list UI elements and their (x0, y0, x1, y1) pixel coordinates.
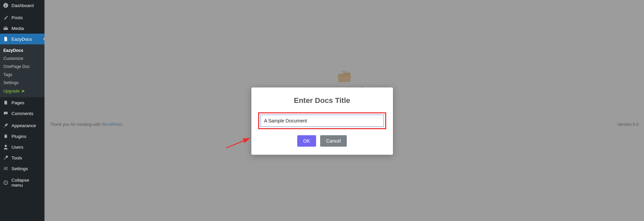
arrow-right-icon: ➤ (21, 88, 25, 94)
brush-icon (3, 122, 9, 128)
user-icon (3, 144, 9, 150)
modal-title: Enter Docs Title (258, 96, 386, 105)
submenu-item-settings[interactable]: Settings (0, 79, 44, 87)
sidebar-item-pages[interactable]: Pages (0, 97, 44, 108)
sidebar-item-label: Plugins (11, 134, 26, 139)
submenu-item-tags[interactable]: Tags (0, 71, 44, 79)
sidebar-item-media[interactable]: Media (0, 23, 44, 34)
submenu-item-customize[interactable]: Customize (0, 54, 44, 63)
modal-button-row: OK Cancel (258, 135, 386, 147)
sidebar-item-settings[interactable]: Settings (0, 163, 44, 174)
pages-icon (3, 100, 9, 106)
eazydocs-submenu: EazyDocs Customize OnePage Doc Tags Sett… (0, 44, 44, 97)
sidebar-item-label: Dashboard (11, 3, 34, 8)
collapse-icon (3, 180, 9, 186)
sidebar-item-comments[interactable]: Comments (0, 108, 44, 119)
comments-icon (3, 110, 9, 116)
submenu-item-onepage[interactable]: OnePage Doc (0, 63, 44, 71)
submenu-item-upgrade[interactable]: Upgrade ➤ (0, 87, 44, 95)
sidebar-item-label: Pages (11, 100, 24, 105)
sidebar-item-tools[interactable]: Tools (0, 152, 44, 163)
input-highlight-box (258, 112, 386, 129)
sidebar-item-dashboard[interactable]: Dashboard (0, 0, 44, 11)
sidebar-item-collapse[interactable]: Collapse menu (0, 175, 44, 190)
document-icon (3, 36, 9, 42)
sliders-icon (3, 165, 9, 172)
submenu-item-eazydocs[interactable]: EazyDocs (0, 46, 44, 54)
sidebar-item-label: Tools (11, 155, 22, 160)
sidebar-item-label: Media (11, 26, 24, 31)
admin-sidebar: Dashboard Posts Media EazyDocs EazyDocs … (0, 0, 44, 221)
dashboard-icon (3, 2, 9, 8)
sidebar-item-posts[interactable]: Posts (0, 12, 44, 23)
sidebar-item-label: EazyDocs (11, 37, 32, 42)
sidebar-item-label: Collapse menu (11, 178, 42, 188)
media-icon (3, 25, 9, 31)
sidebar-item-eazydocs[interactable]: EazyDocs (0, 34, 44, 44)
sidebar-item-label: Comments (11, 111, 33, 116)
sidebar-item-label: Users (11, 145, 23, 150)
pin-icon (3, 14, 9, 21)
plug-icon (3, 133, 9, 139)
cancel-button[interactable]: Cancel (320, 135, 347, 147)
docs-title-modal: Enter Docs Title OK Cancel (251, 87, 393, 155)
wrench-icon (3, 155, 9, 161)
sidebar-item-label: Appearance (11, 123, 36, 128)
sidebar-item-plugins[interactable]: Plugins (0, 131, 44, 142)
sidebar-item-appearance[interactable]: Appearance (0, 120, 44, 131)
ok-button[interactable]: OK (297, 135, 316, 147)
sidebar-item-label: Posts (11, 15, 23, 20)
sidebar-item-label: Settings (11, 166, 28, 171)
submenu-item-label: Upgrade (3, 89, 20, 94)
sidebar-item-users[interactable]: Users (0, 142, 44, 152)
docs-title-input[interactable] (260, 115, 384, 127)
